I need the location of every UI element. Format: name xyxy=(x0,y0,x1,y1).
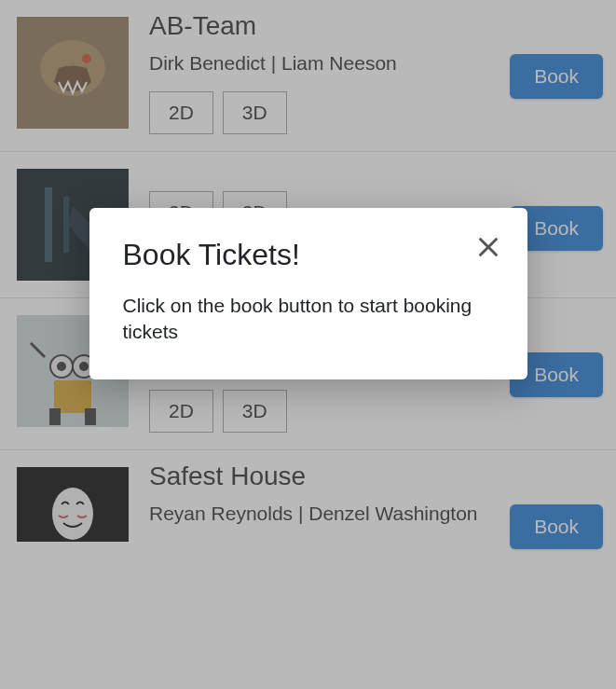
modal-overlay[interactable]: Book Tickets! Click on the book button t… xyxy=(0,0,616,689)
close-icon xyxy=(475,234,501,260)
close-button[interactable] xyxy=(475,234,501,260)
dialog-body: Click on the book button to start bookin… xyxy=(123,293,494,346)
book-tickets-dialog: Book Tickets! Click on the book button t… xyxy=(89,208,527,379)
dialog-title: Book Tickets! xyxy=(123,238,494,272)
